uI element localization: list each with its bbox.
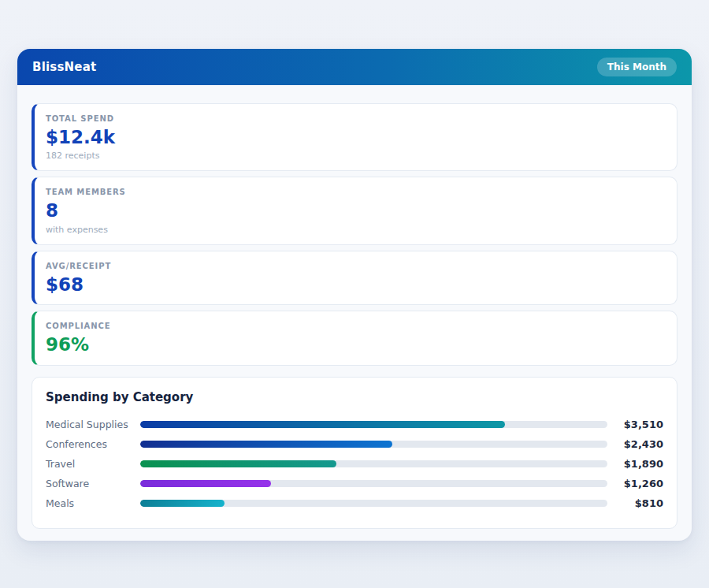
- dashboard-panel: BlissNeat This Month TOTAL SPEND $12.4k …: [17, 49, 692, 541]
- stat-card-total-spend: TOTAL SPEND $12.4k 182 receipts: [32, 103, 677, 171]
- chart-row-meals: Meals $810: [46, 493, 663, 513]
- period-badge[interactable]: This Month: [597, 58, 677, 76]
- category-label: Travel: [46, 458, 140, 470]
- category-value: $1,890: [614, 458, 663, 470]
- stat-subtext: with expenses: [46, 225, 663, 235]
- stat-label: TEAM MEMBERS: [46, 188, 663, 196]
- category-label: Conferences: [46, 438, 140, 450]
- bar-fill: [140, 441, 392, 448]
- bar-track: [140, 460, 607, 467]
- dashboard-content: TOTAL SPEND $12.4k 182 receipts TEAM MEM…: [17, 85, 692, 548]
- stat-value: 8: [46, 200, 663, 221]
- stat-card-avg-receipt: AVG/RECEIPT $68: [32, 251, 677, 305]
- bar-fill: [140, 500, 225, 507]
- category-value: $2,430: [614, 438, 663, 450]
- category-value: $3,510: [614, 419, 663, 430]
- chart-row-conferences: Conferences $2,430: [46, 434, 663, 454]
- chart-row-software: Software $1,260: [46, 474, 663, 493]
- stat-card-team-members: TEAM MEMBERS 8 with expenses: [32, 177, 677, 244]
- bar-track: [140, 441, 607, 448]
- stat-label: COMPLIANCE: [46, 322, 663, 330]
- category-label: Meals: [46, 497, 140, 509]
- chart-row-medical-supplies: Medical Supplies $3,510: [46, 415, 663, 434]
- bar-track: [140, 421, 607, 428]
- category-label: Medical Supplies: [46, 419, 140, 430]
- stat-value: 96%: [46, 334, 663, 355]
- bar-track: [140, 480, 607, 487]
- category-label: Software: [46, 478, 140, 489]
- stat-value: $12.4k: [46, 127, 663, 147]
- stat-subtext: 182 receipts: [46, 151, 663, 161]
- bar-fill: [140, 421, 505, 428]
- category-value: $810: [614, 497, 663, 509]
- app-title: BlissNeat: [32, 60, 96, 74]
- app-header: BlissNeat This Month: [17, 49, 692, 85]
- spending-by-category-card: Spending by Category Medical Supplies $3…: [32, 377, 677, 529]
- stat-label: TOTAL SPEND: [46, 114, 663, 123]
- stat-card-compliance: COMPLIANCE 96%: [32, 311, 677, 365]
- stat-label: AVG/RECEIPT: [46, 262, 663, 270]
- bar-track: [140, 500, 607, 507]
- bar-fill: [140, 460, 336, 467]
- stat-value: $68: [46, 274, 663, 295]
- bar-fill: [140, 480, 271, 487]
- category-value: $1,260: [614, 478, 663, 489]
- chart-title: Spending by Category: [46, 390, 663, 404]
- chart-row-travel: Travel $1,890: [46, 454, 663, 474]
